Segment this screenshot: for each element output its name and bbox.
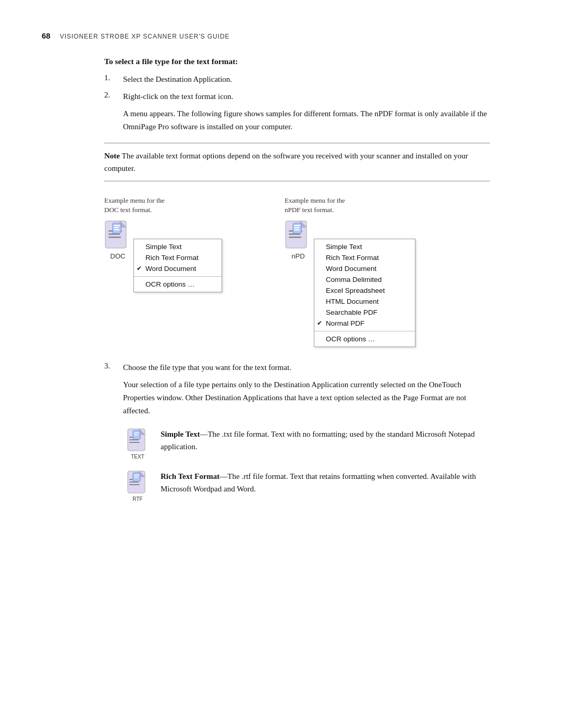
rtf-icon-col: RTF <box>123 470 152 502</box>
paragraph-1: A menu appears. The following figure sho… <box>123 107 490 133</box>
svg-rect-8 <box>114 229 119 230</box>
svg-rect-15 <box>294 225 300 226</box>
step-3-number: 3. <box>104 362 123 374</box>
step-1-text: Select the Destination Application. <box>123 73 232 85</box>
doc-context-menu: Simple Text Rich Text Format Word Docume… <box>133 239 222 292</box>
menu-item-word-doc[interactable]: Word Document <box>134 263 222 274</box>
menu-item-normalpdf-npdf[interactable]: Normal PDF <box>314 318 415 329</box>
rtf-icon-label: RTF <box>132 496 142 502</box>
figure-npdf: Example menu for the nPDF text format. <box>285 196 415 347</box>
npdf-context-menu: Simple Text Rich Text Format Word Docume… <box>314 239 415 347</box>
menu-item-spdf-npdf[interactable]: Searchable PDF <box>314 307 415 318</box>
svg-rect-7 <box>114 227 119 228</box>
page-number: 68 <box>42 31 51 40</box>
npdf-icon-label: nPD <box>291 252 304 260</box>
doc-icon-label: DOC <box>111 252 126 260</box>
svg-rect-17 <box>294 229 300 230</box>
step-3-text: Choose the file type that you want for t… <box>123 362 291 374</box>
step-2-text: Right-click on the text format icon. <box>123 91 234 103</box>
simple-text-block: TEXT Simple Text—The .txt file format. T… <box>123 428 490 460</box>
note-label: Note <box>104 152 120 160</box>
main-section: To select a file type for the text forma… <box>104 57 490 502</box>
step-2: 2. Right-click on the text format icon. <box>104 91 490 103</box>
svg-rect-30 <box>129 484 140 485</box>
menu-item-simple-text-doc[interactable]: Simple Text <box>134 241 222 252</box>
note-text: The available text format options depend… <box>104 152 468 172</box>
menu-item-simple-text-npdf[interactable]: Simple Text <box>314 241 415 252</box>
npdf-icon <box>285 220 312 251</box>
svg-rect-24 <box>134 433 139 434</box>
text-icon <box>127 428 149 453</box>
header-title: Visioneer Strobe XP Scanner User's Guide <box>60 33 230 40</box>
text-icon-label: TEXT <box>131 454 144 460</box>
svg-rect-6 <box>114 225 120 226</box>
section-heading: To select a file type for the text forma… <box>104 57 490 66</box>
menu-item-ocr-doc[interactable]: OCR options … <box>134 279 222 290</box>
svg-rect-32 <box>134 475 139 476</box>
figure-doc: Example menu for the DOC text format. <box>104 196 222 292</box>
svg-rect-4 <box>108 237 121 238</box>
page-header: 68 Visioneer Strobe XP Scanner User's Gu… <box>42 31 521 40</box>
rtf-icon <box>127 470 149 495</box>
simple-text-term: Simple Text <box>161 430 200 438</box>
menu-divider-npdf <box>314 331 415 331</box>
step-1-number: 1. <box>104 73 123 85</box>
step-3: 3. Choose the file type that you want fo… <box>104 362 490 374</box>
doc-icon <box>104 220 131 251</box>
menu-item-word-npdf[interactable]: Word Document <box>314 263 415 274</box>
figures-row: Example menu for the DOC text format. <box>104 196 490 347</box>
rtf-term: Rich Text Format <box>161 472 219 480</box>
menu-item-ocr-npdf[interactable]: OCR options … <box>314 334 415 344</box>
menu-item-comma-npdf[interactable]: Comma Delimited <box>314 274 415 285</box>
simple-text-icon-col: TEXT <box>123 428 152 460</box>
step-1: 1. Select the Destination Application. <box>104 73 490 85</box>
svg-rect-16 <box>294 227 299 228</box>
menu-item-html-npdf[interactable]: HTML Document <box>314 296 415 307</box>
svg-rect-33 <box>134 477 138 478</box>
svg-rect-25 <box>134 435 138 436</box>
menu-item-rtf-doc[interactable]: Rich Text Format <box>134 252 222 263</box>
figure-doc-caption: Example menu for the DOC text format. <box>104 196 165 215</box>
simple-text-description: Simple Text—The .txt file format. Text w… <box>161 428 490 453</box>
simple-text-desc: —The .txt file format. Text with no form… <box>161 430 475 451</box>
menu-divider-doc <box>134 276 222 277</box>
menu-item-excel-npdf[interactable]: Excel Spreadsheet <box>314 285 415 296</box>
note-box: Note The available text format options d… <box>104 143 490 181</box>
paragraph-3: Your selection of a file type pertains o… <box>123 378 490 417</box>
figure-npdf-caption: Example menu for the nPDF text format. <box>285 196 345 215</box>
svg-rect-13 <box>289 237 301 238</box>
svg-rect-22 <box>129 442 140 443</box>
menu-item-rtf-npdf[interactable]: Rich Text Format <box>314 252 415 263</box>
rtf-block: RTF Rich Text Format—The .rtf file forma… <box>123 470 490 502</box>
step-2-number: 2. <box>104 91 123 103</box>
rtf-description: Rich Text Format—The .rtf file format. T… <box>161 470 490 495</box>
